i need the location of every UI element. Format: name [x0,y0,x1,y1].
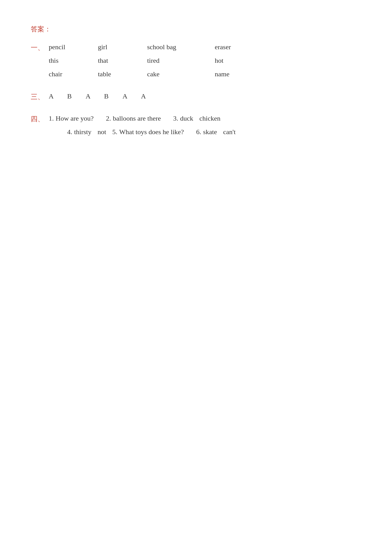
answer-three-1: A [49,92,67,100]
section-three: 三、 A B A B A A [31,92,361,106]
section-one-content: pencil girl school bag eraser this that … [49,43,264,84]
word-name: name [215,70,264,78]
q4-4-label: 4. [67,128,73,136]
word-eraser: eraser [215,43,264,51]
answer-three-2: B [67,92,86,100]
answer-three-3: A [86,92,104,100]
section-four-content: 1. How are you? 2. balloons are there 3.… [49,114,242,142]
word-girl: girl [98,43,147,51]
word-that: that [98,57,147,65]
word-cake: cake [147,70,215,78]
section-four: 四、 1. How are you? 2. balloons are there… [31,114,361,142]
word-chair: chair [49,70,98,78]
answer-three-4: B [104,92,123,100]
q4-2-answer: balloons are there [113,114,161,122]
q4-3-answer-2: chicken [200,114,220,122]
q4-2-label: 2. [106,114,111,122]
section-one: 一、 pencil girl school bag eraser this th… [31,43,361,84]
section-one-row-3: chair table cake name [49,70,264,78]
word-school-bag: school bag [147,43,215,51]
section-three-content: A B A B A A [49,92,160,106]
q4-4-answer: thirsty [74,128,91,136]
q4-6-answer-2: can't [223,128,236,136]
answer-three-6: A [141,92,160,100]
q4-1-label: 1. [49,114,54,122]
word-pencil: pencil [49,43,98,51]
word-hot: hot [215,57,264,65]
section-one-row-2: this that tired hot [49,57,264,65]
answer-three-5: A [123,92,141,100]
word-table: table [98,70,147,78]
q4-5-label: 5. [112,128,117,136]
q4-6-answer: skate [203,128,217,136]
section-one-row-1: pencil girl school bag eraser [49,43,264,51]
section-four-line-2: 4. thirsty not 5. What toys does he like… [67,128,242,136]
q4-3-label: 3. [173,114,178,122]
answer-title: 答案： [31,25,361,34]
word-tired: tired [147,57,215,65]
word-this: this [49,57,98,65]
q4-1-answer: How are you? [56,114,93,122]
q4-3-answer: duck [180,114,193,122]
section-four-line-1: 1. How are you? 2. balloons are there 3.… [49,114,242,122]
section-three-label: 三、 [31,92,44,102]
q4-6-label: 6. [196,128,201,136]
section-four-label: 四、 [31,114,44,124]
section-one-label: 一、 [31,43,44,52]
q4-5-answer: What toys does he like? [119,128,184,136]
q4-4-answer-2: not [97,128,106,136]
section-three-row: A B A B A A [49,92,160,100]
